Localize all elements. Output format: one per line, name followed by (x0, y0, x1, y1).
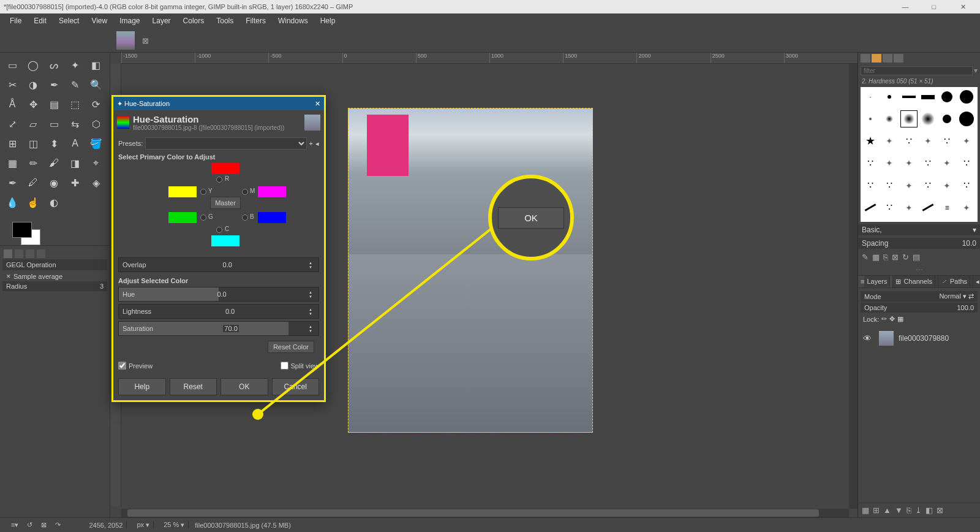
tool-shear[interactable]: ▱ (24, 115, 42, 132)
radio-b[interactable] (242, 215, 248, 221)
swatch-green[interactable] (168, 212, 197, 223)
tool-clone[interactable]: ◉ (45, 174, 62, 191)
tool-perspective[interactable]: ▭ (45, 115, 62, 132)
brush-item[interactable] (900, 199, 918, 216)
tool-color-picker[interactable]: ✎ (67, 76, 84, 93)
radio-m[interactable] (242, 189, 248, 195)
tab-config[interactable]: ◂ (973, 276, 980, 287)
delete-layer-icon[interactable]: ⊠ (937, 506, 943, 515)
image-tab-thumbnail[interactable] (116, 31, 135, 50)
tool-eraser[interactable]: ◨ (67, 154, 84, 172)
tab-layers[interactable]: ≡Layers (858, 276, 893, 287)
menu-colors[interactable]: Colors (178, 15, 209, 26)
spacing-row[interactable]: Spacing 10.0 (858, 238, 980, 249)
brush-item[interactable] (958, 132, 975, 150)
tool-blur[interactable]: 💧 (4, 194, 21, 211)
split-view-checkbox[interactable]: Split view (281, 362, 319, 370)
sb-reset-icon[interactable]: ↺ (27, 521, 32, 529)
brush-item[interactable] (938, 110, 956, 127)
brush-item[interactable] (938, 154, 956, 172)
brush-item[interactable] (900, 154, 918, 172)
reset-button[interactable]: Reset (170, 378, 217, 395)
preset-menu-icon[interactable]: ◂ (315, 140, 319, 148)
visibility-icon[interactable]: 👁 (863, 333, 874, 343)
tool-foreground[interactable]: ◑ (24, 76, 42, 93)
tool-perspective-clone[interactable]: ◈ (88, 174, 105, 191)
tool-heal[interactable]: ✚ (67, 174, 84, 191)
tool-scissors[interactable]: ✂ (4, 76, 21, 93)
window-close-button[interactable]: ✕ (949, 3, 976, 11)
tool-flip[interactable]: ⇆ (67, 115, 84, 132)
new-layer-icon[interactable]: ▦ (862, 506, 869, 515)
tool-airbrush[interactable]: ⌖ (88, 154, 105, 172)
brush-item[interactable] (938, 88, 956, 105)
brush-item[interactable] (919, 154, 937, 172)
tool-rotate[interactable]: ⟳ (88, 96, 105, 113)
tool-rect-select[interactable]: ▭ (4, 56, 21, 74)
brush-item[interactable] (862, 132, 879, 150)
tool-gradient[interactable]: ▦ (4, 154, 21, 172)
tool-smudge[interactable]: ☝ (24, 194, 42, 211)
saturation-slider[interactable]: Saturation 70.0 ▲▼ (118, 321, 319, 336)
edit-brush-icon[interactable]: ✎ (862, 253, 869, 262)
menu-edit[interactable]: Edit (29, 15, 51, 26)
tool-paintbrush[interactable]: 🖌 (45, 154, 62, 172)
tool-fuzzy-select[interactable]: ✦ (67, 56, 84, 74)
dialog-close-button[interactable]: ✕ (315, 100, 320, 108)
foreground-color[interactable] (12, 222, 32, 238)
brush-item[interactable] (958, 88, 975, 105)
brush-item[interactable] (881, 154, 898, 172)
menu-view[interactable]: View (86, 15, 112, 26)
brush-item[interactable] (938, 177, 956, 194)
layer-mode-row[interactable]: Mode Normal ▾ ⇄ (861, 291, 978, 302)
sb-dropdown-icon[interactable]: ≡▾ (11, 521, 18, 529)
menu-tools[interactable]: Tools (211, 15, 238, 26)
menu-layer[interactable]: Layer (148, 15, 176, 26)
opacity-row[interactable]: Opacity 100.0 (861, 303, 978, 313)
status-zoom[interactable]: 25 % ▾ (160, 521, 189, 529)
add-preset-icon[interactable]: + (309, 140, 313, 147)
patterns-tab-icon[interactable] (872, 54, 881, 63)
tool-move[interactable]: ✥ (24, 96, 42, 113)
device-status-tab-icon[interactable] (15, 249, 23, 258)
sb-delete-icon[interactable]: ⊠ (41, 521, 47, 529)
brush-item[interactable] (881, 177, 898, 194)
presets-dropdown[interactable] (145, 137, 306, 150)
tool-scale[interactable]: ⤢ (4, 115, 21, 132)
brush-item[interactable]: · (862, 88, 879, 105)
brush-item[interactable] (862, 199, 879, 216)
brush-item[interactable] (900, 132, 918, 150)
window-minimize-button[interactable]: — (892, 3, 919, 10)
brush-item[interactable] (862, 177, 879, 194)
duplicate-layer-icon[interactable]: ⎘ (907, 506, 911, 515)
preview-checkbox[interactable]: Preview (118, 362, 153, 370)
undo-history-tab-icon[interactable] (26, 249, 34, 258)
menu-help[interactable]: Help (315, 15, 341, 26)
lower-layer-icon[interactable]: ▼ (895, 506, 903, 515)
brush-item[interactable] (958, 154, 975, 172)
overlap-slider[interactable]: Overlap 0.0 ▲▼ (118, 257, 319, 272)
tool-bucket[interactable]: 🪣 (88, 135, 105, 152)
tool-by-color[interactable]: ◧ (88, 56, 105, 74)
scrollbar-horizontal[interactable] (121, 509, 849, 517)
help-button[interactable]: Help (118, 378, 166, 395)
tool-pencil[interactable]: ✏ (24, 154, 42, 172)
swatch-red[interactable] (211, 163, 239, 174)
layer-name[interactable]: file0003079880 (899, 334, 949, 343)
tool-paths[interactable]: ✒ (45, 76, 62, 93)
brush-item[interactable] (919, 110, 937, 127)
radio-y[interactable] (200, 189, 206, 195)
brush-item[interactable] (862, 154, 879, 172)
canvas-image[interactable] (348, 108, 593, 433)
tool-dodge[interactable]: ◐ (45, 194, 62, 211)
reset-color-button[interactable]: Reset Color (268, 341, 314, 353)
cancel-button[interactable]: Cancel (272, 378, 320, 395)
tool-crop[interactable]: ⬚ (67, 96, 84, 113)
layer-row[interactable]: 👁 file0003079880 (861, 329, 978, 348)
brushes-tab-icon[interactable] (861, 54, 870, 63)
tool-free-select[interactable]: ᔕ (45, 56, 62, 74)
brush-item[interactable] (919, 177, 937, 194)
swatch-cyan[interactable] (211, 235, 239, 246)
brush-item[interactable] (919, 132, 937, 150)
merge-down-icon[interactable]: ⤓ (915, 506, 922, 515)
